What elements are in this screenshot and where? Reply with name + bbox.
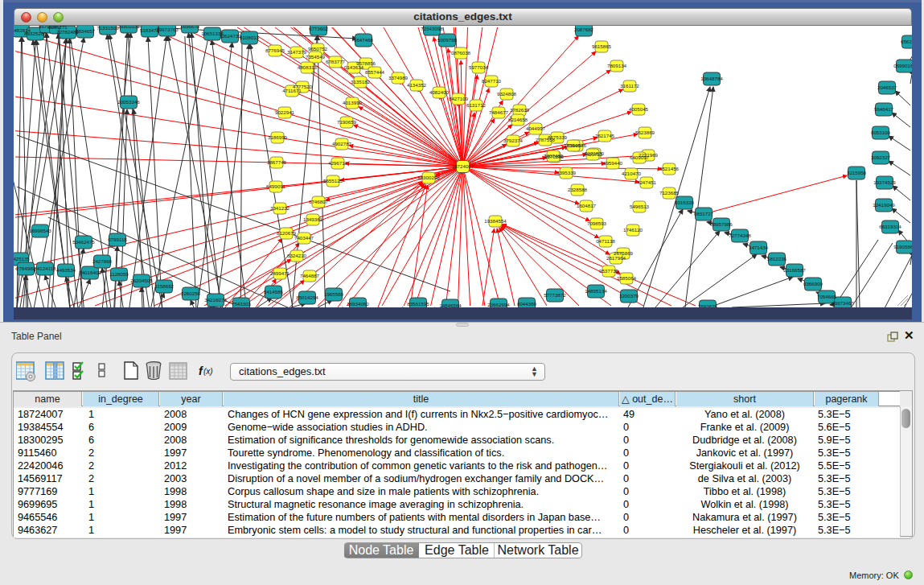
svg-text:9650752: 9650752 (308, 46, 328, 51)
svg-text:9022941: 9022941 (275, 109, 295, 115)
svg-text:0647468: 0647468 (354, 37, 374, 43)
svg-text:1604817: 1604817 (577, 203, 597, 208)
svg-text:9578856: 9578856 (356, 60, 376, 66)
svg-text:1746120: 1746120 (623, 227, 643, 233)
svg-text:6131712: 6131712 (466, 102, 487, 108)
svg-text:3374989: 3374989 (388, 75, 409, 80)
svg-text:3471434: 3471434 (749, 245, 769, 250)
svg-text:0537735: 0537735 (599, 268, 619, 274)
svg-text:2046537: 2046537 (877, 84, 897, 90)
svg-text:66319314: 66319314 (879, 224, 901, 229)
svg-text:23662994: 23662994 (487, 302, 510, 307)
svg-text:18724007: 18724007 (452, 163, 474, 169)
svg-text:85014294: 85014294 (296, 295, 318, 300)
svg-text:4808313: 4808313 (298, 64, 318, 70)
svg-text:4247451: 4247451 (637, 179, 657, 185)
svg-text:71331509: 71331509 (97, 26, 119, 31)
svg-text:4134352: 4134352 (407, 82, 427, 88)
svg-text:16998543: 16998543 (29, 228, 51, 233)
svg-text:2016328: 2016328 (675, 200, 695, 205)
svg-text:8675339: 8675339 (548, 134, 568, 140)
svg-text:3782639: 3782639 (510, 107, 530, 113)
svg-text:57773872: 57773872 (544, 292, 566, 298)
svg-text:6409097: 6409097 (630, 154, 650, 160)
svg-text:3161172: 3161172 (620, 83, 639, 89)
svg-text:8214658: 8214658 (508, 117, 528, 122)
svg-text:8557444: 8557444 (365, 69, 385, 75)
svg-text:89325288: 89325288 (24, 31, 47, 36)
svg-text:7098593: 7098593 (587, 220, 607, 226)
svg-text:8108013: 8108013 (240, 35, 260, 40)
svg-text:3147379: 3147379 (287, 49, 307, 55)
svg-text:2621745: 2621745 (595, 133, 615, 138)
svg-text:6499091: 6499091 (266, 183, 286, 189)
svg-text:1128059: 1128059 (109, 271, 129, 277)
svg-text:26204505: 26204505 (130, 278, 153, 283)
svg-text:8324210: 8324210 (287, 253, 307, 258)
svg-text:20053346: 20053346 (117, 99, 140, 105)
svg-text:4082400: 4082400 (429, 89, 450, 95)
svg-text:7543303: 7543303 (232, 301, 252, 307)
svg-text:7054668: 7054668 (817, 294, 837, 299)
svg-text:16934060: 16934060 (347, 301, 369, 307)
svg-text:2427868: 2427868 (92, 258, 113, 264)
svg-text:89373467: 89373467 (832, 300, 854, 306)
svg-text:6746807: 6746807 (309, 199, 329, 204)
svg-text:8044369: 8044369 (517, 301, 537, 307)
svg-text:3341232: 3341232 (270, 205, 290, 211)
svg-text:91905865: 91905865 (893, 244, 912, 249)
svg-text:10648784: 10648784 (700, 76, 723, 81)
svg-text:0831727: 0831727 (694, 211, 714, 216)
svg-text:1585064: 1585064 (617, 275, 637, 281)
svg-text:2260256: 2260256 (181, 290, 201, 296)
svg-text:5414586: 5414586 (264, 289, 284, 295)
svg-text:39301031: 39301031 (117, 26, 140, 29)
svg-text:9324808: 9324808 (497, 91, 517, 97)
svg-text:23166587: 23166587 (783, 267, 806, 273)
svg-text:7407482: 7407482 (544, 153, 564, 159)
svg-text:3834657: 3834657 (76, 28, 96, 34)
svg-text:3158692: 3158692 (154, 283, 175, 289)
svg-text:34216073: 34216073 (204, 297, 227, 303)
svg-text:0366909: 0366909 (803, 281, 823, 286)
svg-text:84124118: 84124118 (34, 266, 56, 271)
svg-text:3092327: 3092327 (871, 154, 891, 160)
svg-text:7403447: 7403447 (294, 235, 314, 241)
svg-text:4902787: 4902787 (332, 141, 352, 146)
svg-text:4493534: 4493534 (56, 267, 76, 273)
svg-text:7693676: 7693676 (698, 303, 718, 307)
svg-text:3186999: 3186999 (268, 134, 288, 140)
svg-text:1349361: 1349361 (303, 216, 323, 222)
svg-text:(x): (x) (203, 367, 213, 376)
svg-text:1759464: 1759464 (564, 142, 584, 148)
svg-text:8427109: 8427109 (449, 96, 469, 101)
svg-text:4044997: 4044997 (526, 126, 546, 131)
svg-text:7436713: 7436713 (583, 151, 603, 157)
svg-text:72624731: 72624731 (219, 33, 241, 39)
svg-text:2499471: 2499471 (270, 270, 290, 276)
svg-text:8053100: 8053100 (871, 130, 891, 135)
svg-text:5009788: 5009788 (437, 37, 458, 43)
svg-text:3792374: 3792374 (503, 138, 524, 143)
svg-text:72343098: 72343098 (421, 26, 443, 31)
svg-text:72774348: 72774348 (729, 233, 751, 238)
svg-text:5655125: 5655125 (323, 178, 343, 183)
svg-text:0876038: 0876038 (451, 50, 471, 56)
svg-text:3215958: 3215958 (847, 170, 867, 175)
svg-text:3867749: 3867749 (267, 159, 287, 165)
svg-text:7190659: 7190659 (337, 119, 357, 125)
svg-text:06990162: 06990162 (893, 63, 912, 68)
svg-text:29973763: 29973763 (156, 27, 179, 32)
svg-text:7354549: 7354549 (306, 54, 326, 60)
svg-text:5812236: 5812236 (767, 256, 787, 262)
svg-text:2087682: 2087682 (574, 27, 594, 32)
svg-text:3135182: 3135182 (351, 79, 371, 84)
svg-text:74016400: 74016400 (79, 270, 101, 275)
svg-text:5623869: 5623869 (635, 130, 655, 135)
svg-text:8247710: 8247710 (482, 78, 502, 84)
svg-text:8425135: 8425135 (14, 256, 31, 262)
svg-text:6959440: 6959440 (603, 160, 623, 166)
svg-text:2617964: 2617964 (606, 255, 626, 261)
svg-text:14895134: 14895134 (585, 288, 607, 294)
svg-text:1965569: 1965569 (324, 291, 344, 297)
